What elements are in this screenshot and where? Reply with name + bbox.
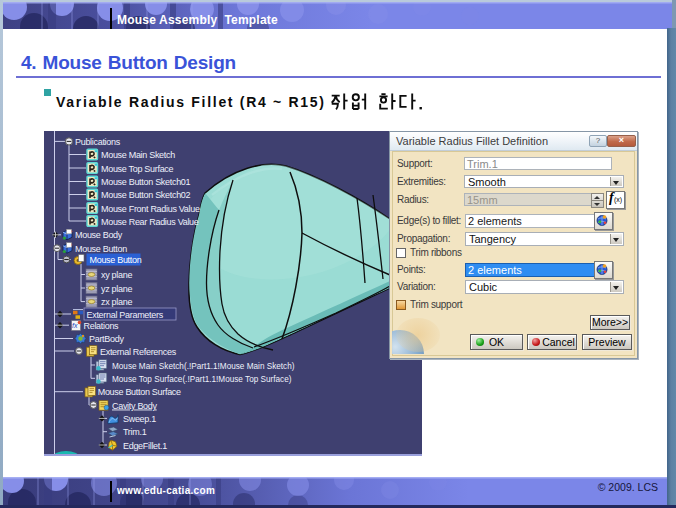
- svg-text:EdgeFillet.1: EdgeFillet.1: [123, 441, 167, 451]
- svg-text:xy plane: xy plane: [101, 270, 132, 280]
- svg-text:External References: External References: [100, 347, 177, 357]
- svg-text:Sweep.1: Sweep.1: [123, 414, 156, 424]
- svg-text:Mouse Front Radius Value: Mouse Front Radius Value: [101, 204, 200, 214]
- svg-text:yz plane: yz plane: [101, 284, 132, 294]
- svg-text:PartBody: PartBody: [89, 334, 124, 344]
- svg-text:External Parameters: External Parameters: [87, 310, 164, 320]
- svg-text:Mouse Main Sketch: Mouse Main Sketch: [101, 150, 175, 160]
- svg-text:Cavity Body: Cavity Body: [112, 401, 158, 411]
- svg-text:Mouse Button: Mouse Button: [90, 255, 142, 265]
- svg-text:Mouse Top Surface: Mouse Top Surface: [101, 164, 174, 174]
- svg-text:Mouse Button: Mouse Button: [75, 244, 127, 254]
- svg-text:Mouse Button Sketch02: Mouse Button Sketch02: [101, 190, 191, 200]
- svg-text:Mouse Main Sketch(.!Part1.1!Mo: Mouse Main Sketch(.!Part1.1!Mouse Main S…: [112, 362, 295, 371]
- svg-text:Trim.1: Trim.1: [123, 427, 147, 437]
- svg-text:Mouse Top Surface(.!Part1.1!Mo: Mouse Top Surface(.!Part1.1!Mouse Top Su…: [112, 375, 292, 384]
- svg-text:Mouse Button Surface: Mouse Button Surface: [98, 387, 181, 397]
- svg-text:Publications: Publications: [75, 137, 121, 147]
- svg-text:Mouse Button Sketch01: Mouse Button Sketch01: [101, 177, 191, 187]
- svg-text:Mouse Body: Mouse Body: [75, 230, 123, 240]
- svg-text:Relations: Relations: [84, 321, 120, 331]
- svg-text:zx plane: zx plane: [101, 297, 132, 307]
- svg-text:Mouse Rear Radius Value: Mouse Rear Radius Value: [101, 217, 199, 227]
